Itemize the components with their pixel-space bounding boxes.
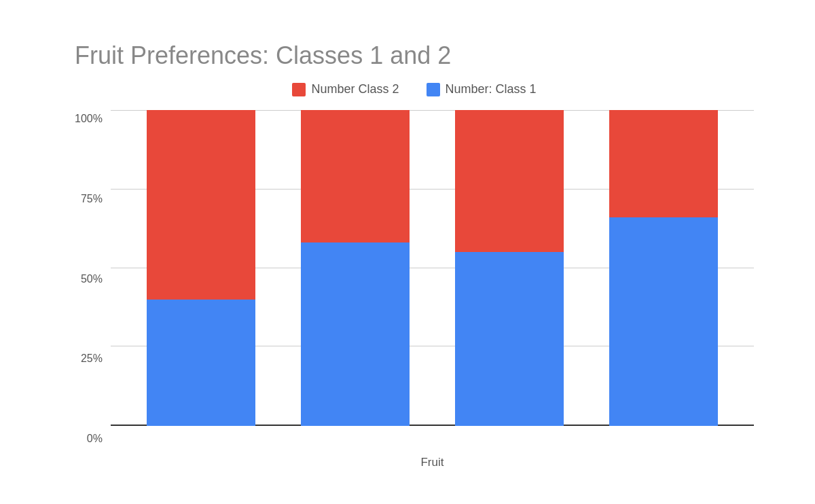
bar-segment-class1-bananas [301,242,410,426]
bar-segment-class1-apples [147,300,255,426]
bar-segment-class1-strawberries [609,217,718,426]
chart-legend: Number Class 2 Number: Class 1 [75,82,754,96]
stacked-bar-bananas [301,110,410,426]
bar-segment-class2-apples [147,110,255,300]
grid-and-bars: ApplesBananasOrangesStrawberries [111,110,754,450]
y-label-50: 50% [81,273,103,285]
legend-item-class1: Number: Class 1 [427,82,537,96]
bars-row [111,110,754,426]
chart-title: Fruit Preferences: Classes 1 and 2 [75,41,754,70]
bar-segment-class2-strawberries [609,110,718,217]
y-label-75: 75% [81,193,103,205]
x-axis-title: Fruit [111,456,754,469]
legend-swatch-class1 [427,83,440,96]
legend-item-class2: Number Class 2 [292,82,399,96]
bar-segment-class1-oranges [455,252,564,426]
bar-group-strawberries [609,110,718,426]
y-label-0: 0% [87,433,103,445]
legend-label-class2: Number Class 2 [311,82,399,96]
stacked-bar-apples [147,110,255,426]
bar-group-bananas [301,110,410,426]
legend-label-class1: Number: Class 1 [446,82,537,96]
bar-segment-class2-bananas [301,110,410,242]
stacked-bar-oranges [455,110,564,426]
stacked-bar-strawberries [609,110,718,426]
bar-segment-class2-oranges [455,110,564,252]
bar-group-oranges [455,110,564,426]
chart-area: 100% 75% 50% 25% 0% ApplesBananasOranges… [75,110,754,469]
legend-swatch-class2 [292,83,306,96]
y-axis: 100% 75% 50% 25% 0% [75,110,111,469]
chart-container: Fruit Preferences: Classes 1 and 2 Numbe… [34,21,781,483]
y-label-25: 25% [81,353,103,365]
y-label-100: 100% [75,113,103,125]
chart-plot: ApplesBananasOrangesStrawberries Fruit [111,110,754,469]
bar-group-apples [147,110,255,426]
